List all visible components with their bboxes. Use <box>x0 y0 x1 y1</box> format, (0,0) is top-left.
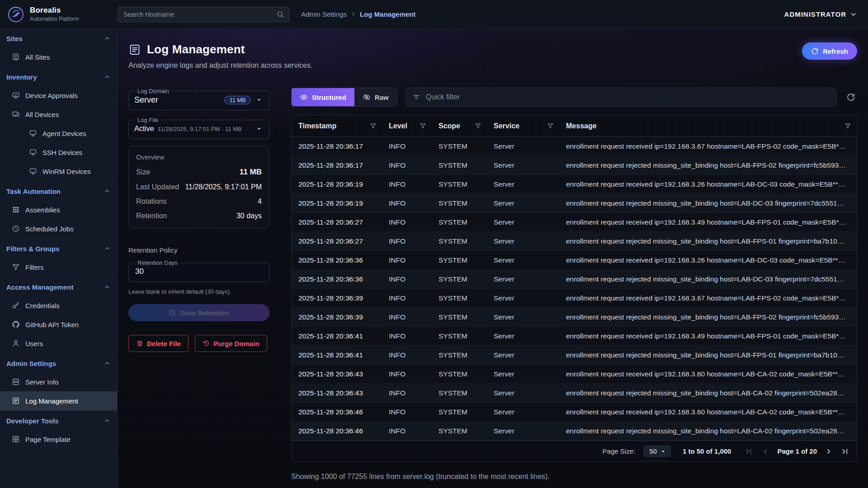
cell-level: INFO <box>382 199 432 207</box>
sidebar-item-label: Page Template <box>25 436 71 443</box>
refresh-icon <box>846 93 855 102</box>
table-row[interactable]: 2025-11-28 20:36:19INFOSYSTEMServerenrol… <box>292 194 857 213</box>
column-header-level[interactable]: Level <box>382 122 432 130</box>
sidebar-item-credentials[interactable]: Credentials <box>0 296 117 315</box>
overview-card: Overview Size11 MBLast Updated11/28/2025… <box>128 145 269 228</box>
cell-level: INFO <box>382 180 432 188</box>
quick-filter-input[interactable] <box>425 93 830 102</box>
table-row[interactable]: 2025-11-28 20:36:39INFOSYSTEMServerenrol… <box>292 289 857 308</box>
table-row[interactable]: 2025-11-28 20:36:43INFOSYSTEMServerenrol… <box>292 384 857 403</box>
last-page-button[interactable] <box>840 447 849 456</box>
first-page-button[interactable] <box>745 447 754 456</box>
table-row[interactable]: 2025-11-28 20:36:27INFOSYSTEMServerenrol… <box>292 213 857 232</box>
column-header-timestamp[interactable]: Timestamp <box>292 122 382 130</box>
filter-icon[interactable] <box>370 122 377 129</box>
section-header-task-automation[interactable]: Task Automation <box>0 182 117 200</box>
column-header-message[interactable]: Message <box>559 122 857 130</box>
column-header-scope[interactable]: Scope <box>432 122 487 130</box>
table-row[interactable]: 2025-11-28 20:36:43INFOSYSTEMServerenrol… <box>292 365 857 384</box>
table-row[interactable]: 2025-11-28 20:36:36INFOSYSTEMServerenrol… <box>292 270 857 289</box>
retention-days-field[interactable]: Retention Days <box>128 259 269 282</box>
prev-page-icon <box>761 447 770 456</box>
cell-level: INFO <box>382 161 432 169</box>
table-row[interactable]: 2025-11-28 20:36:46INFOSYSTEMServerenrol… <box>292 403 857 422</box>
table-row[interactable]: 2025-11-28 20:36:36INFOSYSTEMServerenrol… <box>292 251 857 270</box>
sidebar-item-label: Credentials <box>25 302 60 310</box>
table-row[interactable]: 2025-11-28 20:36:17INFOSYSTEMServerenrol… <box>292 137 857 156</box>
cell-message: enrollment request rejected missing_site… <box>559 313 857 321</box>
table-row[interactable]: 2025-11-28 20:36:46INFOSYSTEMServerenrol… <box>292 422 857 441</box>
next-page-button[interactable] <box>824 447 833 456</box>
cell-timestamp: 2025-11-28 20:36:46 <box>292 427 382 435</box>
sidebar-item-all-sites[interactable]: All Sites <box>0 47 117 66</box>
prev-page-button[interactable] <box>761 447 770 456</box>
sidebar-item-page-template[interactable]: Page Template <box>0 430 117 449</box>
sidebar-item-all-devices[interactable]: All Devices <box>0 105 117 124</box>
chevron-up-icon <box>104 417 111 424</box>
breadcrumb-log-management[interactable]: Log Management <box>360 10 415 18</box>
search-input[interactable] <box>123 10 273 19</box>
sidebar-item-log-management[interactable]: Log Management <box>0 391 117 410</box>
section-header-sites[interactable]: Sites <box>0 29 117 47</box>
filter-icon[interactable] <box>844 122 851 129</box>
breadcrumb-admin-settings[interactable]: Admin Settings <box>301 10 347 18</box>
quick-filter[interactable] <box>406 88 836 107</box>
sidebar-item-ssh-devices[interactable]: SSH Devices <box>0 143 117 162</box>
log-file-value: Active <box>134 125 154 133</box>
chevron-up-icon <box>104 245 111 252</box>
delete-file-button[interactable]: Delete File <box>128 335 189 352</box>
sidebar-item-server-info[interactable]: Server Info <box>0 372 117 391</box>
raw-view-toggle[interactable]: Raw <box>354 88 397 106</box>
log-domain-select[interactable]: Log Domain Server 11 MB <box>128 88 269 110</box>
section-header-admin-settings[interactable]: Admin Settings <box>0 354 117 372</box>
caret-down-icon <box>255 124 264 133</box>
table-row[interactable]: 2025-11-28 20:36:17INFOSYSTEMServerenrol… <box>292 156 857 175</box>
reload-logs-button[interactable] <box>844 91 857 103</box>
table-row[interactable]: 2025-11-28 20:36:27INFOSYSTEMServerenrol… <box>292 232 857 251</box>
cell-service: Server <box>487 161 559 169</box>
log-footnote: Showing 1000 of 77255 lines from server.… <box>291 473 857 481</box>
user-menu[interactable]: ADMINISTRATOR <box>784 10 857 18</box>
sidebar-item-agent-devices[interactable]: Agent Devices <box>0 124 117 143</box>
table-row[interactable]: 2025-11-28 20:36:39INFOSYSTEMServerenrol… <box>292 308 857 327</box>
sidebar-item-filters[interactable]: Filters <box>0 258 117 277</box>
table-row[interactable]: 2025-11-28 20:36:19INFOSYSTEMServerenrol… <box>292 175 857 194</box>
sidebar-item-scheduled-jobs[interactable]: Scheduled Jobs <box>0 219 117 238</box>
brand[interactable]: Borealis Automation Platform <box>0 5 118 24</box>
sidebar-item-device-approvals[interactable]: Device Approvals <box>0 86 117 105</box>
eye-icon <box>300 93 308 101</box>
assemblies-icon <box>12 206 20 214</box>
section-header-filters-groups[interactable]: Filters & Groups <box>0 239 117 258</box>
section-header-access-management[interactable]: Access Management <box>0 278 117 296</box>
log-file-select[interactable]: Log File Active 11/28/2025, 9:17:01 PM ·… <box>128 117 269 139</box>
hostname-search[interactable] <box>118 7 289 22</box>
cell-timestamp: 2025-11-28 20:36:27 <box>292 218 382 226</box>
retention-days-input[interactable] <box>134 267 264 277</box>
filter-icon[interactable] <box>475 122 481 129</box>
table-row[interactable]: 2025-11-28 20:36:41INFOSYSTEMServerenrol… <box>292 346 857 365</box>
template-icon <box>12 435 20 443</box>
structured-view-toggle[interactable]: Structured <box>292 88 354 106</box>
device-icon <box>29 129 37 137</box>
sidebar-item-users[interactable]: Users <box>0 334 117 353</box>
refresh-button[interactable]: Refresh <box>802 42 857 60</box>
cell-level: INFO <box>382 408 432 416</box>
filter-icon[interactable] <box>420 122 426 129</box>
key-icon <box>12 301 20 310</box>
cell-timestamp: 2025-11-28 20:36:41 <box>292 332 382 340</box>
save-retention-button[interactable]: Save Retention <box>128 304 269 321</box>
section-header-developer-tools[interactable]: Developer Tools <box>0 412 117 430</box>
column-header-service[interactable]: Service <box>487 122 559 130</box>
purge-domain-button[interactable]: Purge Domain <box>195 335 267 352</box>
filter-icon[interactable] <box>547 122 554 129</box>
sidebar-item-winrm-devices[interactable]: WinRM Devices <box>0 162 117 181</box>
section-header-inventory[interactable]: Inventory <box>0 68 117 86</box>
cell-level: INFO <box>382 351 432 359</box>
chevron-up-icon <box>104 283 111 291</box>
table-row[interactable]: 2025-11-28 20:36:41INFOSYSTEMServerenrol… <box>292 327 857 346</box>
sidebar-item-github-api-token[interactable]: GitHub API Token <box>0 315 117 334</box>
sidebar-item-assemblies[interactable]: Assemblies <box>0 200 117 219</box>
cell-timestamp: 2025-11-28 20:36:41 <box>292 351 382 359</box>
cell-timestamp: 2025-11-28 20:36:39 <box>292 294 382 302</box>
page-size-select[interactable]: 50 <box>643 446 671 457</box>
